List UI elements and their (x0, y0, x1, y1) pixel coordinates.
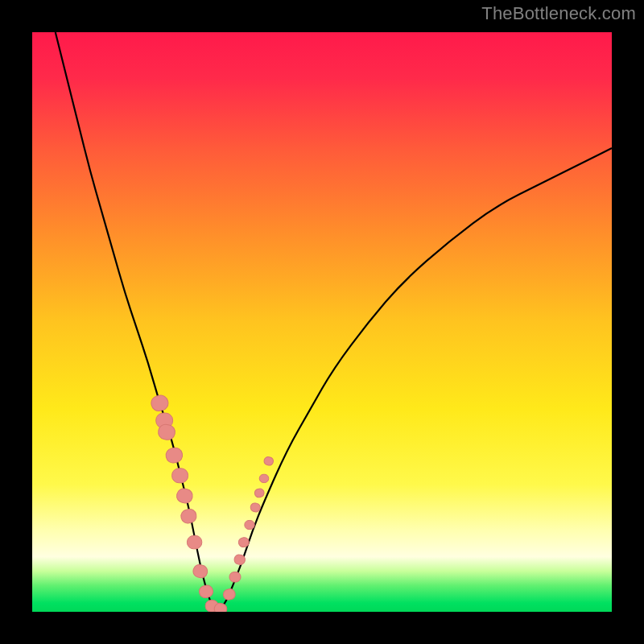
chart-stage: TheBottleneck.com (0, 0, 644, 644)
chart-svg (32, 32, 612, 612)
marker-point (172, 469, 188, 483)
plot-area (32, 32, 612, 612)
marker-point (245, 520, 254, 529)
watermark-text: TheBottleneck.com (481, 3, 636, 24)
marker-point (187, 535, 201, 548)
marker-point (229, 572, 241, 583)
gradient-background (32, 32, 612, 612)
marker-point (259, 474, 268, 482)
